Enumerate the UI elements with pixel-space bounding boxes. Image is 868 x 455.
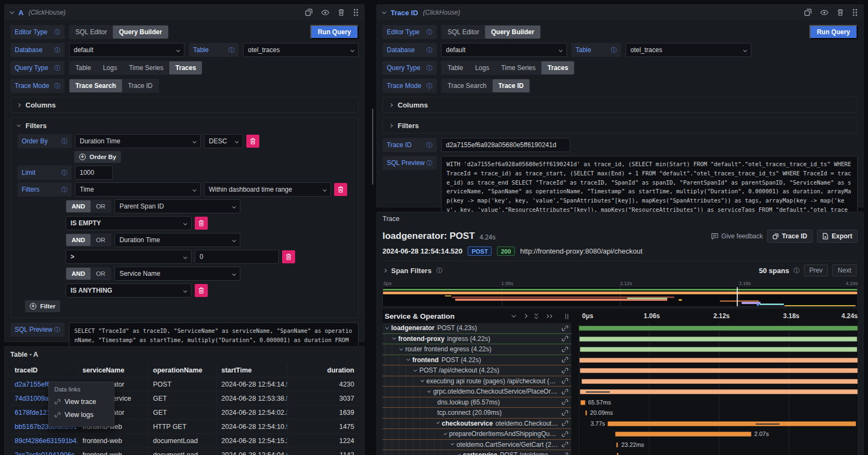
span-link-icon[interactable] [561,441,571,448]
info-icon[interactable]: ⓘ [426,141,432,149]
filter3-field-select[interactable]: Service Name [114,267,240,281]
info-icon[interactable]: ⓘ [426,46,432,54]
query-type-table[interactable]: Table [442,61,469,74]
trace-id-input[interactable] [441,138,570,152]
info-icon[interactable]: ⓘ [426,159,432,167]
delete-query-icon[interactable] [338,9,344,16]
drag-handle-icon[interactable] [852,9,858,16]
sql-editor-option[interactable]: SQL Editor [69,26,113,39]
span-row[interactable]: frontend POST (4.22s) [382,355,858,366]
span-bar[interactable] [608,421,856,426]
give-feedback-link[interactable]: Give feedback [711,232,763,240]
column-header[interactable]: startTime [216,363,287,377]
hide-query-icon[interactable] [321,9,329,16]
add-filter-button[interactable]: +Filter [25,300,60,312]
table-panel-header[interactable]: Table - A [5,347,364,362]
span-link-icon[interactable] [561,399,571,406]
column-header[interactable]: serviceName [78,363,148,377]
info-icon[interactable]: ⓘ [61,186,67,194]
filter2-operator-select[interactable]: > [66,250,192,264]
pane-splitter-handle[interactable] [372,109,373,185]
query-type-table[interactable]: Table [69,61,97,74]
database-select[interactable]: default [441,43,567,57]
and-option[interactable]: AND [66,200,91,212]
trace-panel-header[interactable]: Trace [377,212,863,225]
query-type-traces[interactable]: Traces [169,61,202,74]
span-link-icon[interactable] [561,356,571,363]
chevron-down-icon[interactable] [458,453,461,455]
span-link-icon[interactable] [561,367,571,374]
info-icon[interactable]: ⓘ [54,46,60,54]
span-bar[interactable] [580,389,858,394]
info-icon[interactable]: ⓘ [54,64,60,72]
expand-all-icon[interactable] [546,315,552,318]
chevron-down-icon[interactable] [413,368,417,371]
span-link-icon[interactable] [561,431,571,438]
info-icon[interactable]: ⓘ [436,267,442,275]
info-icon[interactable]: ⓘ [611,46,617,54]
span-bar[interactable] [579,337,857,342]
span-row[interactable]: checkoutservice oteldemo.CheckoutService… [382,419,858,429]
info-icon[interactable]: ⓘ [54,82,60,90]
trace-id-link[interactable]: 89cf4286e631591b4... [10,434,78,447]
query-panel-trace-id-header[interactable]: Trace ID (ClickHouse) [377,5,863,20]
filter1-operator-select[interactable]: IS EMPTY [66,216,192,230]
time-filter-op-select[interactable]: Within dashboard time range [204,182,331,197]
and-option[interactable]: AND [66,268,91,280]
span-link-icon[interactable] [561,409,571,416]
remove-filter3-button[interactable] [195,284,208,297]
trace-search-option[interactable]: Trace Search [69,79,122,92]
chevron-down-icon[interactable] [406,357,410,361]
span-row[interactable]: cartservice POST /oteldemo.CartService/G… [382,450,858,455]
span-bar[interactable] [615,432,751,437]
chevron-down-icon[interactable] [392,336,396,340]
duplicate-query-icon[interactable] [305,9,312,16]
chevron-right-icon[interactable] [383,268,387,272]
trace-id-option[interactable]: Trace ID [122,79,159,92]
column-resize-handle[interactable]: || [563,313,571,319]
trace-id-link[interactable]: 2cc7ccfc01941906c... [10,448,78,455]
filters-section-header[interactable]: Filters [383,118,857,133]
span-row[interactable]: loadgenerator POST (4.23s) [382,323,858,334]
chevron-down-icon[interactable] [444,432,447,435]
span-bar[interactable] [585,410,588,415]
span-row[interactable]: frontend-proxy ingress (4.22s) [382,334,858,345]
span-row[interactable]: grpc.oteldemo.CheckoutService/PlaceOrder… [382,387,858,397]
chevron-down-icon[interactable] [385,325,389,329]
column-header[interactable]: traceID [10,363,78,377]
span-bar[interactable] [579,326,858,331]
order-by-field-select[interactable]: Duration Time [75,134,201,148]
collapse-one-icon[interactable] [512,313,516,317]
filter1-field-select[interactable]: Parent Span ID [114,199,240,213]
run-query-button[interactable]: Run Query [310,25,359,39]
expand-one-icon[interactable] [523,314,527,318]
span-link-icon[interactable] [561,420,571,427]
span-link-icon[interactable] [561,452,571,455]
sql-editor-option[interactable]: SQL Editor [442,26,485,39]
or-option[interactable]: OR [91,200,111,212]
info-icon[interactable]: ⓘ [61,169,67,177]
info-icon[interactable]: ⓘ [426,82,432,90]
export-button[interactable]: Export [817,230,858,243]
info-icon[interactable]: ⓘ [426,64,432,72]
span-row[interactable]: router frontend egress (4.22s) [382,344,858,355]
filter3-operator-select[interactable]: IS ANYTHING [66,283,192,298]
collapse-panel-icon[interactable] [382,9,386,14]
span-row[interactable]: tcp.connect (20.09ms) 20.09ms [382,408,858,419]
span-bar[interactable] [617,453,619,455]
trace-minimap[interactable]: 0μs 1.06s 2.12s 3.18s 4.24s [382,281,858,307]
span-filters-label[interactable]: Span Filters [391,267,431,275]
time-filter-field-select[interactable]: Time [75,182,201,197]
query-builder-option[interactable]: Query Builder [485,26,540,39]
filters-section-header[interactable]: Filters [11,118,358,133]
table-select[interactable]: otel_traces [626,43,751,57]
column-header[interactable]: duration [287,363,359,377]
order-by-direction-select[interactable]: DESC [204,134,243,148]
trace-id-option[interactable]: Trace ID [493,79,530,92]
span-link-icon[interactable] [561,335,571,342]
chevron-down-icon[interactable] [420,378,424,382]
view-trace-link[interactable]: View trace [54,398,108,406]
span-row[interactable]: prepareOrderItemsAndShippingQuoteFromCar… [382,429,858,440]
query-type-logs[interactable]: Logs [97,61,123,74]
query-type-traces[interactable]: Traces [541,61,574,74]
